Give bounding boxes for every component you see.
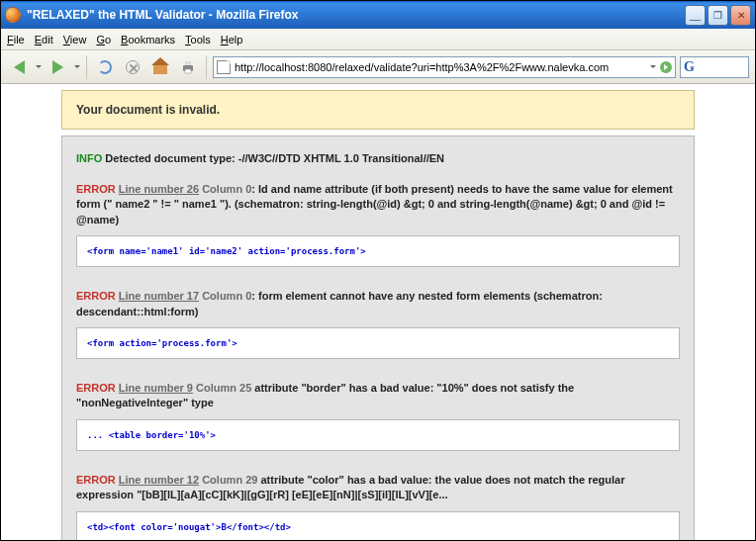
menu-tools[interactable]: Tools — [185, 34, 211, 45]
forward-dropdown[interactable] — [74, 65, 80, 68]
error-line[interactable]: Line number 17 — [119, 290, 199, 302]
menu-go[interactable]: Go — [96, 34, 111, 45]
arrow-left-icon — [14, 60, 25, 74]
svg-rect-1 — [185, 61, 191, 65]
reload-button[interactable] — [93, 55, 117, 79]
page-icon — [217, 60, 231, 74]
back-dropdown[interactable] — [36, 65, 42, 68]
error-line[interactable]: Line number 26 — [119, 183, 199, 195]
error-tag: ERROR — [76, 382, 116, 394]
info-tag: INFO — [76, 152, 102, 164]
info-line: INFO Detected document type: -//W3C//DTD… — [76, 152, 680, 164]
separator — [86, 55, 87, 79]
print-button[interactable] — [176, 55, 200, 79]
code-snippet-2: <form action='process.form'> — [76, 327, 680, 359]
firefox-icon — [5, 7, 21, 23]
stop-button[interactable] — [121, 55, 144, 79]
forward-button[interactable] — [46, 55, 69, 79]
code-snippet-1: <form name='name1' id='name2' action='pr… — [76, 235, 680, 267]
close-button[interactable]: ✕ — [730, 5, 751, 26]
menubar: File Edit View Go Bookmarks Tools Help — [1, 29, 755, 50]
address-bar[interactable] — [213, 56, 676, 78]
home-icon — [153, 64, 167, 74]
go-button[interactable] — [660, 61, 672, 73]
error-col: Column 0 — [202, 183, 251, 195]
stop-icon — [126, 60, 140, 74]
print-icon — [180, 59, 196, 75]
url-dropdown[interactable] — [650, 65, 656, 68]
svg-rect-2 — [185, 69, 191, 73]
arrow-right-icon — [52, 60, 63, 74]
window-title: "RELAXED" the HTML Validator - Mozilla F… — [27, 8, 685, 22]
results-panel: INFO Detected document type: -//W3C//DTD… — [61, 135, 695, 541]
error-2: ERROR Line number 17 Column 0: form elem… — [76, 289, 680, 319]
error-col: Column 25 — [196, 382, 251, 394]
separator — [206, 55, 207, 79]
error-tag: ERROR — [76, 183, 116, 195]
validation-banner: Your document is invalid. — [61, 90, 695, 130]
home-button[interactable] — [148, 55, 172, 79]
error-col: Column 0 — [202, 290, 251, 302]
error-line[interactable]: Line number 12 — [119, 474, 199, 486]
info-text: Detected document type: -//W3C//DTD XHTM… — [105, 152, 444, 164]
error-3: ERROR Line number 9 Column 25 attribute … — [76, 381, 680, 411]
error-tag: ERROR — [76, 474, 116, 486]
menu-help[interactable]: Help — [221, 34, 243, 45]
navigation-toolbar: G — [1, 50, 755, 84]
maximize-button[interactable]: ❐ — [708, 5, 728, 26]
back-button[interactable] — [7, 55, 31, 79]
minimize-button[interactable]: __ — [685, 5, 706, 26]
error-line[interactable]: Line number 9 — [119, 382, 193, 394]
error-4: ERROR Line number 12 Column 29 attribute… — [76, 473, 680, 503]
reload-icon — [98, 60, 112, 74]
page-content: Your document is invalid. INFO Detected … — [1, 84, 755, 541]
menu-edit[interactable]: Edit — [35, 34, 53, 45]
menu-file[interactable]: File — [7, 34, 25, 45]
menu-view[interactable]: View — [63, 34, 87, 45]
window-titlebar: "RELAXED" the HTML Validator - Mozilla F… — [1, 1, 755, 29]
code-snippet-4: <td><font color='nougat'>B</font></td> — [76, 511, 680, 541]
error-tag: ERROR — [76, 290, 116, 302]
error-col: Column 29 — [202, 474, 257, 486]
search-box[interactable]: G — [680, 56, 749, 78]
url-input[interactable] — [235, 61, 645, 73]
error-1: ERROR Line number 26 Column 0: Id and na… — [76, 182, 680, 227]
menu-bookmarks[interactable]: Bookmarks — [121, 34, 175, 45]
google-icon: G — [684, 59, 695, 75]
code-snippet-3: ... <table border='10%'> — [76, 419, 680, 451]
